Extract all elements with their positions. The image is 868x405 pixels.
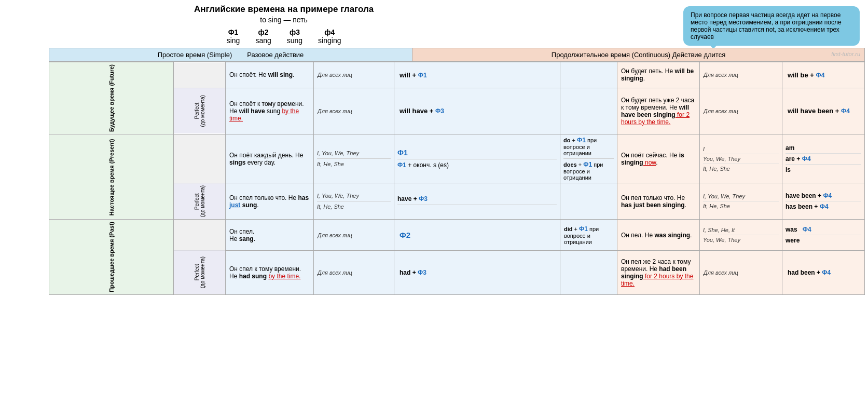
past-perfect-simple-formula: had + Ф3 [394, 250, 560, 294]
tooltip-bubble: При вопросе первая частица всегда идет н… [683, 6, 860, 46]
present-cont-example: Он поёт сейчас. Не is singing now. [617, 134, 700, 183]
present-simple-question: do + Ф1 при вопросе и отрицании does + Ф… [560, 134, 617, 183]
past-cont-example: Он пел. Не was singing. [617, 220, 700, 250]
main-title: Английские времена на примере глагола [194, 4, 374, 15]
past-perfect-sublabel: Perfect(до момента) [174, 250, 226, 294]
future-perfect-cont-formula: will have been + Ф4 [782, 88, 865, 134]
form-phi1: Ф1 sing [227, 28, 240, 45]
past-simple-row: Прошедшее время (Past) Он спел.Не sang. … [49, 220, 865, 250]
future-simple-question [560, 62, 617, 88]
past-perfect-cont-formula: had been + Ф4 [782, 250, 865, 294]
column-headers: Простое время (Simple) Разовое действие … [49, 48, 865, 62]
page-wrapper: Английские времена на примере глагола to… [0, 0, 868, 298]
future-simple-example: Он споёт. Не will sing. [226, 62, 314, 88]
present-simple-sublabel [174, 134, 226, 183]
present-perfect-simple-question [560, 183, 617, 220]
past-perfect-cont-example: Он пел же 2 часа к тому времени. Не had … [617, 250, 700, 294]
future-perfect-sublabel: Perfect(до момента) [174, 88, 226, 134]
present-perfect-sublabel: Perfect(до момента) [174, 183, 226, 220]
past-perfect-simple-persons: Для всех лиц [314, 250, 394, 294]
future-perfect-simple-formula: will have + Ф3 [394, 88, 560, 134]
present-perfect-simple-formula: have + Ф3 [394, 183, 560, 220]
future-simple-row: Будущее время (Future) Он споёт. Не will… [49, 62, 865, 88]
present-perfect-cont-persons: I, You, We, They It, He, She [700, 183, 782, 220]
present-perfect-simple-example: Он спел только что. Не has just sung. [226, 183, 314, 220]
future-simple-persons: Для всех лиц [314, 62, 394, 88]
header-continuous: Продолжительное время (Continuous) Дейст… [412, 48, 865, 62]
future-perfect-simple-question [560, 88, 617, 134]
main-table: Будущее время (Future) Он споёт. Не will… [49, 62, 865, 295]
present-simple-persons: I, You, We, They It, He, She [314, 134, 394, 183]
past-perfect-simple-example: Он спел к тому времени. Не had sung by t… [226, 250, 314, 294]
present-perfect-simple-persons: I, You, We, They It, He, She [314, 183, 394, 220]
past-label: Прошедшее время (Past) [49, 220, 174, 295]
past-simple-formula: Ф2 [394, 220, 560, 250]
present-simple-row: Настоящее время (Present) Он поёт каждый… [49, 134, 865, 183]
past-simple-example: Он спел.Не sang. [226, 220, 314, 250]
past-simple-persons: Для всех лиц [314, 220, 394, 250]
present-simple-example: Он поёт каждый день. Не sings every day. [226, 134, 314, 183]
present-cont-formula: am are + Ф4 is [782, 134, 865, 183]
present-simple-formula: Ф1 Ф1 + оконч. s (es) [394, 134, 560, 183]
past-cont-persons: I, She, He, It You, We, They [700, 220, 782, 250]
future-perfect-simple-persons: Для всех лиц [314, 88, 394, 134]
past-simple-sublabel [174, 220, 226, 250]
present-label: Настоящее время (Present) [49, 134, 174, 220]
header-area: Английские времена на примере глагола to… [3, 4, 865, 46]
watermark: first-tutor.ru [831, 51, 860, 57]
subtitle: to sing — петь [194, 16, 374, 24]
future-cont-formula: will be + Ф4 [782, 62, 865, 88]
present-perfect-cont-example: Он пел только что. Не has just been sing… [617, 183, 700, 220]
future-simple-sublabel [174, 62, 226, 88]
future-cont-example: Он будет петь. Не will be singing. [617, 62, 700, 88]
past-cont-formula: was Ф4 were [782, 220, 865, 250]
form-phi3: ф3 sung [287, 28, 302, 45]
future-perfect-simple-example: Он споёт к тому времени. Не will have su… [226, 88, 314, 134]
future-perfect-cont-example: Он будет петь уже 2 часа к тому времени.… [617, 88, 700, 134]
form-phi4: ф4 singing [318, 28, 341, 45]
past-perfect-simple-question [560, 250, 617, 294]
present-cont-persons: I You, We, They It, He, She [700, 134, 782, 183]
present-perfect-cont-formula: have been + Ф4 has been + Ф4 [782, 183, 865, 220]
future-perfect-cont-persons: Для всех лиц [700, 88, 782, 134]
future-label: Будущее время (Future) [49, 62, 174, 134]
header-simple: Простое время (Simple) Разовое действие [49, 48, 412, 62]
title-block: Английские времена на примере глагола to… [194, 4, 374, 45]
future-simple-formula: will + Ф1 [394, 62, 560, 88]
past-perfect-cont-persons: Для всех лиц [700, 250, 782, 294]
future-cont-persons: Для всех лиц [700, 62, 782, 88]
form-phi2: ф2 sang [255, 28, 271, 45]
main-content: Простое время (Simple) Разовое действие … [3, 48, 865, 295]
past-simple-question: did + Ф1 при вопросе и отрицании [560, 220, 617, 250]
forms-row: Ф1 sing ф2 sang ф3 sung ф4 singing [194, 28, 374, 45]
